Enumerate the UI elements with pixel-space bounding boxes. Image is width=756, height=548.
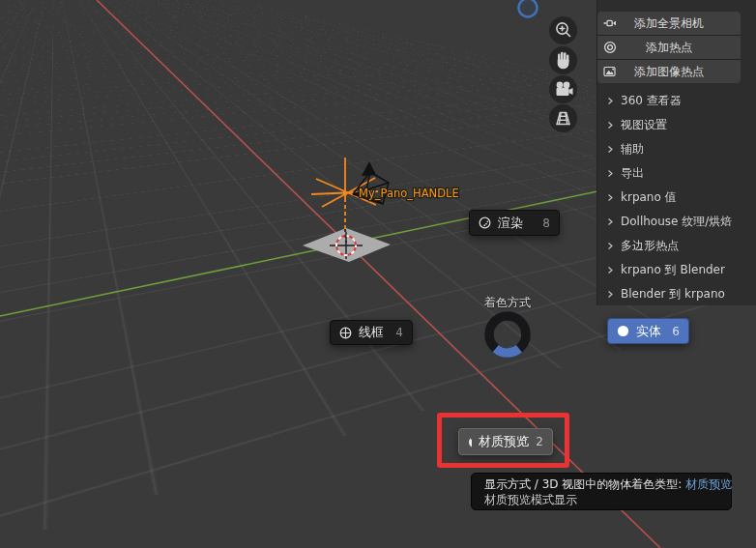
- camera-up-triangle: [362, 161, 376, 176]
- solid-sphere-icon: [617, 325, 629, 337]
- zoom-in-icon[interactable]: [549, 16, 577, 44]
- section-label: Dollhouse 纹理/烘焙: [621, 214, 732, 230]
- orbit-gizmo-circle[interactable]: [519, 0, 538, 17]
- grid-ortho-icon[interactable]: [549, 104, 577, 132]
- chevron-right-icon: [606, 242, 614, 250]
- chevron-right-icon: [606, 266, 614, 274]
- section-krpano-to-blender[interactable]: krpano 到 Blender: [597, 258, 756, 282]
- section-label: 导出: [621, 165, 644, 182]
- section-360-viewer[interactable]: 360 查看器: [597, 89, 756, 113]
- pie-item-hotkey: 6: [672, 325, 680, 338]
- section-label: 辅助: [621, 141, 644, 158]
- section-label: 视图设置: [621, 117, 667, 133]
- chevron-right-icon: [606, 145, 614, 154]
- render-sphere-icon: [479, 216, 491, 229]
- wireframe-sphere-icon: [339, 327, 352, 339]
- section-view-settings[interactable]: 视图设置: [597, 113, 756, 137]
- image-hotspot-icon: [603, 65, 617, 78]
- section-label: krpano 值: [621, 189, 677, 206]
- panorama-camera-icon: [603, 16, 617, 30]
- section-label: krpano 到 Blender: [621, 262, 725, 278]
- chevron-right-icon: [606, 193, 614, 202]
- pie-item-label: 渲染: [498, 215, 523, 232]
- section-label: 多边形热点: [621, 238, 679, 254]
- chevron-right-icon: [606, 121, 614, 130]
- empty-origin-dot: [343, 191, 348, 196]
- sidebar-sections: 360 查看器 视图设置 辅助 导出 krpano 值 Dollhouse 纹理…: [597, 89, 756, 306]
- tooltip: 显示方式 / 3D 视图中的物体着色类型: 材质预览 材质预览模式显示: [471, 473, 732, 510]
- pie-item-wireframe[interactable]: 线框 4: [330, 320, 413, 345]
- highlight-box: [437, 413, 569, 468]
- chevron-right-icon: [606, 97, 614, 105]
- tooltip-value: 材质预览: [685, 477, 732, 491]
- camera-view-icon[interactable]: [549, 75, 577, 103]
- add-image-hotspot-button[interactable]: 添加图像热点: [597, 60, 741, 83]
- section-assist[interactable]: 辅助: [597, 137, 756, 161]
- pie-item-rendered[interactable]: 渲染 8: [469, 210, 560, 236]
- object-name-label: My_Pano_HANDLE: [359, 187, 459, 200]
- add-panorama-camera-button[interactable]: 添加全景相机: [597, 12, 741, 35]
- pie-item-hotkey: 8: [542, 216, 550, 230]
- chevron-right-icon: [606, 217, 614, 226]
- section-export[interactable]: 导出: [597, 161, 756, 186]
- sidebar-panel: 添加全景相机 添加热点 添加图像热点 360 查: [596, 0, 756, 305]
- section-krpano-values[interactable]: krpano 值: [597, 186, 756, 210]
- pan-hand-icon[interactable]: [549, 46, 577, 74]
- pie-center-ring: [478, 305, 538, 365]
- section-label: 360 查看器: [621, 93, 682, 109]
- add-hotspot-button[interactable]: 添加热点: [597, 36, 741, 59]
- pie-item-label: 线框: [359, 324, 384, 341]
- section-dollhouse-bake[interactable]: Dollhouse 纹理/烘焙: [597, 210, 756, 234]
- tooltip-line1: 显示方式 / 3D 视图中的物体着色类型: 材质预览: [484, 477, 718, 493]
- section-label: Blender 到 krpano: [621, 286, 725, 303]
- section-blender-to-krpano[interactable]: Blender 到 krpano: [597, 282, 756, 306]
- button-label: 添加热点: [646, 40, 692, 56]
- chevron-right-icon: [606, 290, 614, 299]
- chevron-right-icon: [606, 169, 614, 178]
- tooltip-line2: 材质预览模式显示: [484, 493, 718, 508]
- button-label: 添加全景相机: [634, 15, 704, 32]
- pie-item-solid[interactable]: 实体 6: [607, 318, 689, 344]
- pie-item-hotkey: 4: [395, 326, 403, 339]
- blender-3d-viewport-window: My_Pano_HANDLE: [0, 0, 756, 548]
- button-label: 添加图像热点: [634, 64, 704, 80]
- sidebar-button-group: 添加全景相机 添加热点 添加图像热点: [597, 12, 741, 83]
- pie-item-label: 实体: [636, 323, 661, 340]
- section-polygon-hotspot[interactable]: 多边形热点: [597, 234, 756, 258]
- hotspot-icon: [603, 41, 617, 54]
